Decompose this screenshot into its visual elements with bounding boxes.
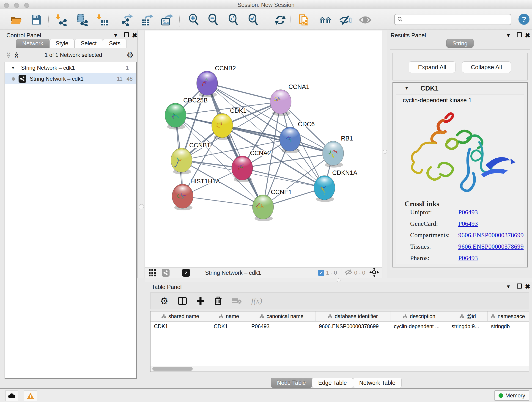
node-table[interactable]: shared namenamecanonical namedatabase id… <box>150 311 529 372</box>
network-node-cdc25b[interactable]: CDC25B <box>165 97 208 129</box>
import-database-icon[interactable] <box>76 13 89 26</box>
network-edge[interactable] <box>242 168 324 188</box>
results-panel-float-icon[interactable] <box>517 32 522 37</box>
zoom-out-icon[interactable] <box>207 13 220 26</box>
delete-column-icon[interactable] <box>214 297 222 305</box>
selected-checkbox-icon[interactable]: ✓ <box>318 270 324 276</box>
table-row[interactable]: CDK1CDK1P064939606.ENSP00000378699cyclin… <box>151 322 529 331</box>
warning-icon[interactable] <box>24 390 37 401</box>
show-columns-icon[interactable] <box>178 297 187 305</box>
results-panel-close-icon[interactable]: ✖ <box>525 32 530 39</box>
show-all-icon[interactable] <box>359 13 372 26</box>
network-edge[interactable] <box>183 196 263 207</box>
column-header-description[interactable]: description <box>390 312 448 321</box>
column-header-name[interactable]: name <box>210 312 248 321</box>
column-header-database-identifier[interactable]: database identifier <box>316 312 390 321</box>
cloud-icon[interactable] <box>5 390 18 401</box>
clone-network-icon[interactable] <box>298 13 311 26</box>
network-node-cdc6[interactable]: CDC6 <box>279 121 315 153</box>
cdk1-section-header[interactable]: ▼ CDK1 <box>393 83 527 94</box>
network-collection-row[interactable]: ▼ String Network – cdk1 1 <box>5 62 136 73</box>
network-edge[interactable] <box>207 83 281 102</box>
search-bar[interactable] <box>394 14 511 25</box>
export-network-icon[interactable] <box>121 13 134 26</box>
crosslink-link[interactable]: 9606.ENSP00000378699 <box>458 243 524 250</box>
first-neighbors-icon[interactable] <box>319 13 332 26</box>
control-panel-float-icon[interactable] <box>124 32 129 37</box>
zoom-fit-icon[interactable] <box>227 13 240 26</box>
table-panel-close-icon[interactable]: ✖ <box>525 283 530 290</box>
table-hscrollbar-thumb[interactable] <box>152 367 193 370</box>
import-table-icon[interactable] <box>96 13 109 26</box>
column-header-shared-name[interactable]: shared name <box>151 312 210 321</box>
export-image-icon[interactable] <box>160 13 173 26</box>
tab-select[interactable]: Select <box>75 39 103 48</box>
left-splitter[interactable] <box>138 31 145 278</box>
table-panel-menu-icon[interactable]: ▼ <box>506 284 511 290</box>
zoom-in-icon[interactable] <box>187 13 200 26</box>
crosslink-row: GeneCard:P06493 <box>410 220 438 227</box>
tab-network-table[interactable]: Network Table <box>353 378 402 388</box>
collapse-all-networks-icon[interactable]: ≫ <box>5 51 12 59</box>
zoom-selected-icon[interactable] <box>247 13 260 26</box>
control-panel-close-icon[interactable]: ✖ <box>132 32 137 39</box>
add-column-icon[interactable] <box>196 297 205 305</box>
export-table-icon[interactable] <box>140 13 153 26</box>
crosslink-link[interactable]: 9606.ENSP00000378699 <box>458 231 524 239</box>
search-input[interactable] <box>405 16 508 23</box>
cdk1-collapse-icon[interactable]: ▼ <box>393 86 420 91</box>
hide-selected-icon[interactable] <box>339 13 351 26</box>
protein-structure-image <box>399 105 522 195</box>
table-panel-float-icon[interactable] <box>517 283 522 288</box>
crosslink-link[interactable]: P06493 <box>458 220 478 227</box>
column-header-namespace[interactable]: namespace <box>488 312 528 321</box>
save-session-icon[interactable] <box>30 13 43 26</box>
tab-network[interactable]: Network <box>16 39 50 48</box>
collection-expand-icon[interactable]: ▼ <box>5 65 21 70</box>
table-cell: P06493 <box>248 322 316 331</box>
network-node-ccna2[interactable]: CCNA2 <box>232 150 271 182</box>
table-toolbar: ⚙ f(x) <box>150 293 529 309</box>
bottom-splitter[interactable] <box>145 278 532 282</box>
open-session-icon[interactable] <box>10 13 22 26</box>
tab-edge-table[interactable]: Edge Table <box>312 378 353 388</box>
import-network-icon[interactable] <box>56 13 68 26</box>
network-node-ccne1[interactable]: CCNE1 <box>253 189 292 221</box>
delete-table-icon[interactable] <box>232 298 242 304</box>
tab-style[interactable]: Style <box>50 39 75 48</box>
network-node-hist1h1a[interactable]: HIST1H1A <box>172 178 220 211</box>
network-node-cdkn1a[interactable]: CDKN1A <box>314 169 357 202</box>
network-node-ccnb2[interactable]: CCNB2 <box>196 65 236 97</box>
column-header-canonical-name[interactable]: canonical name <box>248 312 316 321</box>
network-options-gear-icon[interactable]: ⚙ <box>127 51 133 60</box>
grid-view-icon[interactable] <box>148 269 156 277</box>
table-settings-icon[interactable]: ⚙ <box>160 296 168 306</box>
results-panel-menu-icon[interactable]: ▼ <box>506 32 511 38</box>
help-icon[interactable]: ? <box>519 14 530 25</box>
expand-all-button[interactable]: Expand All <box>409 61 456 73</box>
collapse-all-button[interactable]: Collapse All <box>462 61 511 73</box>
expand-all-networks-icon[interactable]: ≫ <box>13 51 20 59</box>
network-view-name: String Network – cdk1 <box>205 269 261 276</box>
left-splitter-handle[interactable] <box>139 204 144 209</box>
tab-sets[interactable]: Sets <box>103 39 127 48</box>
bottom-splitter-handle[interactable] <box>337 279 341 282</box>
crosslink-link[interactable]: P06493 <box>458 254 478 262</box>
function-builder-icon[interactable]: f(x) <box>251 297 262 305</box>
network-share-view-icon[interactable] <box>162 269 170 277</box>
control-panel-menu-icon[interactable]: ▼ <box>113 32 118 38</box>
refresh-icon[interactable] <box>274 13 287 26</box>
detach-view-icon[interactable] <box>182 269 190 277</box>
right-splitter-handle[interactable] <box>383 150 387 154</box>
tab-string[interactable]: String <box>446 39 474 48</box>
crosslink-link[interactable]: P06493 <box>458 209 478 216</box>
tab-node-table[interactable]: Node Table <box>271 378 312 388</box>
right-splitter[interactable] <box>382 31 387 278</box>
network-canvas[interactable]: CCNB2CCNA1CDC25BCDK1CDC6RB1CCNB1CCNA2CDK… <box>145 31 382 268</box>
network-node-rb1[interactable]: RB1 <box>323 135 353 167</box>
table-hscrollbar[interactable] <box>151 366 529 371</box>
birdseye-nav-icon[interactable] <box>369 268 379 278</box>
network-row[interactable]: String Network – cdk1 11 48 <box>5 73 136 84</box>
column-header-@id[interactable]: @id <box>448 312 488 321</box>
memory-button[interactable]: Memory <box>494 390 529 401</box>
